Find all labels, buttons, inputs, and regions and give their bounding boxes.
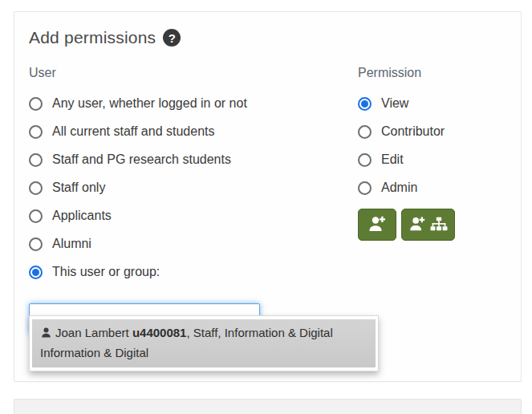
user-column: User Any user, whether logged in or not … (29, 65, 350, 334)
radio-icon[interactable] (358, 181, 372, 195)
radio-icon[interactable] (29, 153, 43, 167)
user-option-this-user-or-group[interactable]: This user or group: (29, 263, 350, 281)
radio-icon[interactable] (358, 125, 372, 139)
user-option-alumni[interactable]: Alumni (29, 235, 350, 253)
radio-icon[interactable] (29, 97, 43, 111)
permission-option-admin[interactable]: Admin (358, 179, 510, 197)
radio-icon[interactable] (29, 209, 43, 223)
autocomplete-suggestion[interactable]: Joan Lambert u4400081, Staff, Informatio… (32, 319, 376, 367)
radio-label: All current staff and students (52, 124, 214, 139)
user-plus-icon (368, 215, 387, 235)
action-buttons (358, 209, 510, 241)
help-question-icon[interactable]: ? (163, 29, 181, 47)
radio-icon-selected[interactable] (358, 97, 372, 111)
permission-option-edit[interactable]: Edit (358, 151, 510, 168)
add-user-or-group-button[interactable] (401, 209, 455, 241)
panel-title-row: Add permissions ? (29, 28, 181, 47)
radio-label: Admin (381, 181, 417, 195)
user-section-label: User (29, 65, 350, 81)
user-option-all-staff-students[interactable]: All current staff and students (29, 123, 350, 140)
radio-label: Contributor (381, 124, 445, 139)
person-icon (40, 325, 52, 343)
add-permissions-panel: Add permissions ? User Any user, whether… (14, 11, 522, 382)
permission-option-view[interactable]: View (358, 95, 510, 112)
radio-icon[interactable] (29, 125, 43, 139)
radio-label: Any user, whether logged in or not (52, 96, 247, 111)
user-option-staff-pg-research[interactable]: Staff and PG research students (29, 151, 350, 168)
sitemap-icon (430, 216, 448, 234)
add-user-button[interactable] (358, 209, 396, 241)
radio-label: Alumni (52, 237, 91, 251)
next-panel-header (14, 399, 522, 414)
radio-icon[interactable] (358, 153, 372, 167)
radio-label: Staff and PG research students (52, 152, 231, 167)
suggestion-detail: , Staff, Information & Digital (186, 326, 332, 339)
radio-label: Applicants (52, 209, 112, 223)
page-title: Add permissions (29, 28, 156, 47)
user-option-any-user[interactable]: Any user, whether logged in or not (29, 95, 350, 112)
user-plus-icon (408, 215, 426, 235)
radio-icon[interactable] (29, 181, 43, 195)
user-option-applicants[interactable]: Applicants (29, 207, 350, 225)
suggestion-id: u4400081 (132, 326, 187, 339)
permission-option-contributor[interactable]: Contributor (358, 123, 510, 140)
permission-column: Permission View Contributor Edit Admin (358, 65, 510, 241)
radio-label: View (381, 96, 408, 111)
suggestion-line2: Information & Digital (40, 346, 148, 359)
radio-label: This user or group: (52, 265, 160, 279)
permission-section-label: Permission (358, 65, 510, 81)
radio-icon-selected[interactable] (29, 266, 43, 279)
radio-icon[interactable] (29, 237, 43, 251)
user-autocomplete-dropdown: Joan Lambert u4400081, Staff, Informatio… (29, 315, 379, 371)
user-option-staff-only[interactable]: Staff only (29, 179, 350, 197)
suggestion-name: Joan Lambert (55, 326, 132, 339)
radio-label: Edit (381, 152, 404, 167)
radio-label: Staff only (52, 181, 105, 195)
